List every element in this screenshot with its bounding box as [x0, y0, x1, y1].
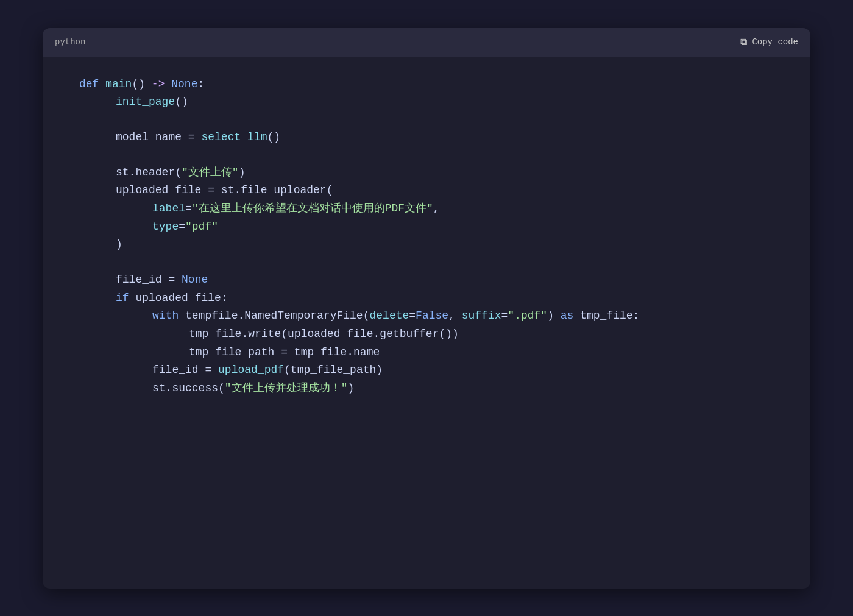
code-line-11: with tempfile.NamedTemporaryFile(delete=…: [152, 307, 774, 325]
copy-label: Copy code: [752, 37, 798, 47]
code-body: def main() -> None: init_page() model_na…: [43, 57, 810, 422]
code-line-15: st.success("文件上传并处理成功！"): [152, 380, 774, 398]
code-line-1: def main() -> None:: [79, 76, 774, 94]
code-header: python ⧉ Copy code: [43, 28, 810, 57]
code-line-4: st.header("文件上传"): [116, 164, 774, 182]
code-line-7: type="pdf": [152, 218, 774, 236]
copy-icon: ⧉: [740, 37, 747, 48]
code-line-12: tmp_file.write(uploaded_file.getbuffer()…: [189, 325, 774, 344]
code-line-6: label="在这里上传你希望在文档对话中使用的PDF文件",: [152, 200, 774, 218]
code-line-5: uploaded_file = st.file_uploader(: [116, 182, 774, 200]
code-line-8: ): [116, 236, 774, 254]
code-line-2: init_page(): [116, 93, 774, 112]
code-line-14: file_id = upload_pdf(tmp_file_path): [152, 361, 774, 380]
code-line-9: file_id = None: [116, 271, 774, 289]
copy-code-button[interactable]: ⧉ Copy code: [740, 37, 798, 48]
code-line-10: if uploaded_file:: [116, 289, 774, 308]
code-line-3: model_name = select_llm(): [116, 129, 774, 147]
language-label: python: [55, 37, 85, 47]
code-block: python ⧉ Copy code def main() -> None: i…: [43, 28, 810, 589]
code-line-13: tmp_file_path = tmp_file.name: [189, 344, 774, 362]
